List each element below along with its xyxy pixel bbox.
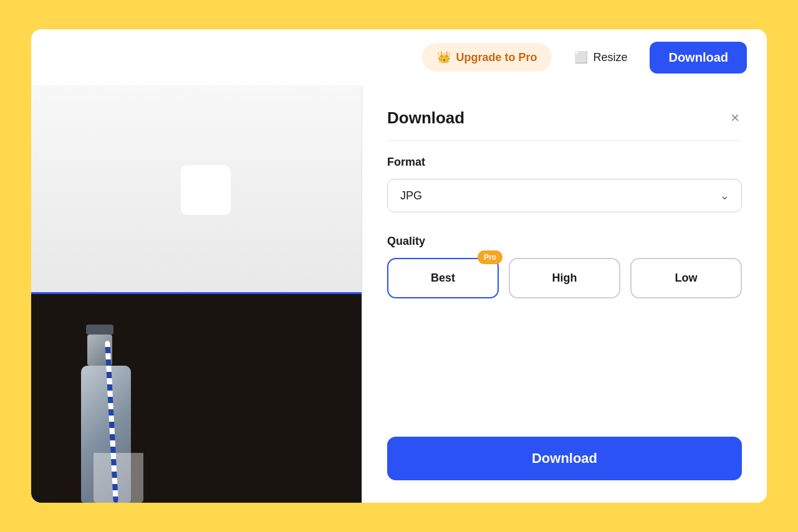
- panel-title: Download: [387, 108, 464, 128]
- quality-high-option[interactable]: High: [509, 258, 620, 298]
- download-action-button[interactable]: Download: [387, 437, 742, 480]
- download-panel: Download × Format JPG PNG WebP SVG ⌄: [362, 85, 767, 503]
- pro-badge: Pro: [478, 250, 502, 264]
- format-section: Format JPG PNG WebP SVG ⌄: [387, 156, 742, 212]
- quality-high-label: High: [552, 272, 577, 284]
- format-label: Format: [387, 156, 742, 169]
- close-button[interactable]: ×: [728, 108, 742, 128]
- panel-header: Download ×: [387, 108, 742, 141]
- white-card: [181, 165, 231, 215]
- toolbar: 👑 Upgrade to Pro ⬜ Resize Download: [31, 29, 767, 85]
- crown-icon: 👑: [437, 50, 451, 64]
- image-bottom-area: [31, 294, 380, 503]
- app-container: 👑 Upgrade to Pro ⬜ Resize Download: [31, 29, 767, 503]
- upgrade-label: Upgrade to Pro: [456, 51, 537, 64]
- milk-fill: [94, 453, 143, 503]
- resize-icon: ⬜: [574, 50, 588, 64]
- quality-best-option[interactable]: Pro Best: [387, 258, 499, 298]
- format-select-wrapper: JPG PNG WebP SVG ⌄: [387, 179, 742, 212]
- format-select[interactable]: JPG PNG WebP SVG: [387, 179, 742, 212]
- quality-section: Quality Pro Best High Low: [387, 235, 742, 298]
- resize-label: Resize: [593, 51, 627, 64]
- bottle-body: [81, 366, 131, 503]
- bottle-cap: [86, 325, 113, 335]
- quality-best-label: Best: [431, 272, 455, 284]
- download-top-button[interactable]: Download: [650, 42, 747, 74]
- canvas-area: Download × Format JPG PNG WebP SVG ⌄: [31, 85, 767, 503]
- image-preview: [31, 85, 380, 503]
- resize-button[interactable]: ⬜ Resize: [562, 43, 640, 72]
- milk-bottle-illustration: [69, 328, 162, 503]
- quality-label: Quality: [387, 235, 742, 248]
- upgrade-to-pro-button[interactable]: 👑 Upgrade to Pro: [422, 43, 552, 72]
- quality-options: Pro Best High Low: [387, 258, 742, 298]
- quality-low-option[interactable]: Low: [630, 258, 742, 298]
- image-top-area: [31, 85, 380, 294]
- quality-low-label: Low: [675, 272, 698, 284]
